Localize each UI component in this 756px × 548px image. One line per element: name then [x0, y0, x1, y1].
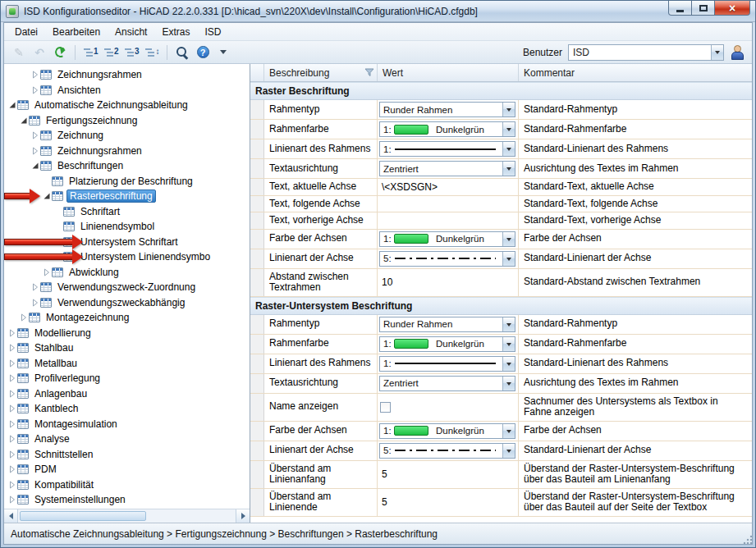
tree-collapsed-arrow-icon[interactable]: [7, 374, 17, 382]
tree-item-montagesimulation[interactable]: Montagesimulation: [4, 417, 250, 432]
menu-isd[interactable]: ISD: [197, 25, 228, 39]
tree-collapsed-arrow-icon[interactable]: [30, 283, 40, 291]
filter-icon[interactable]: [364, 68, 374, 77]
name-anzeigen-checkbox[interactable]: [380, 402, 391, 413]
tree-item-systemeinstellungen[interactable]: Systemeinstellungen: [4, 492, 250, 508]
dropdown-arrow-icon[interactable]: [502, 444, 515, 458]
dropdown-arrow-icon[interactable]: [711, 45, 723, 60]
scrollbar-track[interactable]: [18, 509, 236, 523]
tree-item-zeichnungsrahmen[interactable]: Zeichnungsrahmen: [4, 67, 250, 83]
dropdown-caret-button[interactable]: [213, 43, 233, 62]
tree-item-untersystem-schriftart[interactable]: Untersystem Schriftart: [4, 235, 250, 250]
menu-ansicht[interactable]: Ansicht: [108, 25, 154, 39]
tree-collapsed-arrow-icon[interactable]: [19, 313, 29, 322]
tree-item-kantblech[interactable]: Kantblech: [4, 401, 250, 417]
tree-item-untersystem-linienendsymbo[interactable]: Untersystem Linienendsymbo: [4, 249, 250, 265]
title-bar[interactable]: ISD Konfigurationseditor - HiCAD 22.2.0.…: [1, 1, 755, 22]
tree-collapsed-arrow-icon[interactable]: [7, 359, 17, 368]
tree-item-schriftart[interactable]: Schriftart: [4, 204, 250, 220]
tree-collapsed-arrow-icon[interactable]: [7, 329, 17, 337]
tree-item-zeichnung[interactable]: Zeichnung: [4, 128, 250, 144]
tree-item-platzierung-der-beschriftung[interactable]: Platzierung der Beschriftung: [4, 174, 250, 190]
grid-header-description[interactable]: Beschreibung: [264, 64, 378, 81]
menu-bearbeiten[interactable]: Bearbeiten: [45, 25, 108, 39]
tree-item-linienendsymbol[interactable]: Linienendsymbol: [4, 219, 250, 235]
tree-item-metallbau[interactable]: Metallbau: [4, 356, 250, 372]
tree-item-profilverlegung[interactable]: Profilverlegung: [4, 371, 250, 386]
dropdown-arrow-icon[interactable]: [502, 317, 515, 331]
rahmentyp-dropdown[interactable]: Runder Rahmen: [379, 317, 515, 332]
tree-item-stahlbau[interactable]: Stahlbau: [4, 340, 250, 356]
tree-item-montagezeichnung[interactable]: Montagezeichnung: [4, 310, 250, 326]
dropdown-arrow-icon[interactable]: [502, 252, 515, 266]
tree-expanded-arrow-icon[interactable]: [7, 101, 17, 109]
tree-collapsed-arrow-icon[interactable]: [30, 131, 40, 139]
dropdown-arrow-icon[interactable]: [502, 162, 515, 176]
minimize-button[interactable]: [668, 1, 692, 16]
tree-item-rasterbeschriftung[interactable]: Rasterbeschriftung: [4, 189, 250, 204]
tree-collapsed-arrow-icon[interactable]: [7, 450, 17, 459]
scrollbar-thumb[interactable]: [20, 511, 146, 521]
tree-collapsed-arrow-icon[interactable]: [7, 420, 17, 428]
tree-item-beschriftungen[interactable]: Beschriftungen: [4, 158, 250, 174]
expand-level-2-button[interactable]: 2: [101, 43, 121, 62]
tree-collapsed-arrow-icon[interactable]: [7, 495, 17, 504]
linienart-des-rahmens-dropdown[interactable]: 1:: [379, 141, 515, 157]
tree-collapsed-arrow-icon[interactable]: [7, 481, 17, 489]
tree-item-verwendungszweck-zuordnung[interactable]: Verwendungszweck-Zuordnung: [4, 280, 250, 295]
farbe-der-achsen-dropdown[interactable]: 1:Dunkelgrün: [379, 423, 515, 439]
tree-collapsed-arrow-icon[interactable]: [7, 404, 17, 413]
rahmenfarbe-dropdown[interactable]: 1:Dunkelgrün: [379, 121, 515, 137]
tree-item-modellierung[interactable]: Modellierung: [4, 326, 250, 341]
tree-expanded-arrow-icon[interactable]: [19, 116, 29, 125]
textausrichtung-dropdown[interactable]: Zentriert: [379, 376, 515, 391]
tree-collapsed-arrow-icon[interactable]: [30, 86, 40, 94]
tree-expanded-arrow-icon[interactable]: [30, 162, 40, 170]
help-button[interactable]: [193, 43, 213, 62]
tree-collapsed-arrow-icon[interactable]: [7, 435, 17, 443]
dropdown-arrow-icon[interactable]: [502, 377, 515, 390]
rahmentyp-dropdown[interactable]: Runder Rahmen: [379, 102, 515, 117]
scroll-left-button[interactable]: [4, 509, 18, 523]
tree-expanded-arrow-icon[interactable]: [42, 192, 52, 200]
collapse-tree-button[interactable]: ↕: [142, 43, 162, 62]
refresh-button[interactable]: [50, 43, 70, 62]
expand-level-3-button[interactable]: 3: [121, 43, 141, 62]
textausrichtung-dropdown[interactable]: Zentriert: [379, 161, 515, 176]
menu-extras[interactable]: Extras: [154, 25, 197, 39]
grid-header-value[interactable]: Wert: [378, 64, 519, 81]
tree-horizontal-scrollbar[interactable]: [4, 509, 250, 523]
linienart-der-achse-dropdown[interactable]: 5:: [379, 443, 515, 459]
tree-collapsed-arrow-icon[interactable]: [30, 147, 40, 155]
tree-item-verwendungszweckabhaengig[interactable]: Verwendungszweckabhängig: [4, 295, 250, 311]
tree-collapsed-arrow-icon[interactable]: [42, 268, 52, 276]
undo-button[interactable]: [30, 43, 49, 62]
tree-collapsed-arrow-icon[interactable]: [30, 71, 40, 79]
dropdown-arrow-icon[interactable]: [502, 232, 515, 246]
tree-item-abwicklung[interactable]: Abwicklung: [4, 265, 250, 281]
tree-item-analyse[interactable]: Analyse: [4, 432, 250, 447]
dropdown-arrow-icon[interactable]: [502, 337, 515, 351]
expand-level-1-button[interactable]: 1: [80, 43, 100, 62]
user-icon[interactable]: [730, 45, 744, 59]
tree-item-automatische-zeichnungsableitung[interactable]: Automatische Zeichnungsableitung: [4, 98, 250, 113]
farbe-der-achsen-dropdown[interactable]: 1:Dunkelgrün: [379, 231, 515, 247]
user-combobox[interactable]: ISD: [568, 44, 724, 61]
tree-collapsed-arrow-icon[interactable]: [30, 299, 40, 307]
dropdown-arrow-icon[interactable]: [502, 103, 515, 116]
linienart-des-rahmens-dropdown[interactable]: 1:: [379, 356, 515, 372]
tree-item-kompatibilitaet[interactable]: Kompatibilität: [4, 477, 250, 493]
linienart-der-achse-dropdown[interactable]: 5:: [379, 251, 515, 267]
close-button[interactable]: ×: [714, 1, 750, 16]
tree-collapsed-arrow-icon[interactable]: [7, 390, 17, 398]
grid-header-comment[interactable]: Kommentar: [519, 64, 752, 81]
tree-collapsed-arrow-icon[interactable]: [7, 344, 17, 352]
maximize-button[interactable]: [691, 1, 715, 16]
scroll-right-button[interactable]: [236, 509, 250, 523]
tree-item-pdm[interactable]: PDM: [4, 462, 250, 477]
tree-collapsed-arrow-icon[interactable]: [7, 465, 17, 473]
tree-item-anlagenbau[interactable]: Anlagenbau: [4, 386, 250, 402]
dropdown-arrow-icon[interactable]: [502, 142, 515, 156]
tree-item-zeichnungsrahmen[interactable]: Zeichnungsrahmen: [4, 144, 250, 159]
tree-item-schnittstellen[interactable]: Schnittstellen: [4, 447, 250, 463]
